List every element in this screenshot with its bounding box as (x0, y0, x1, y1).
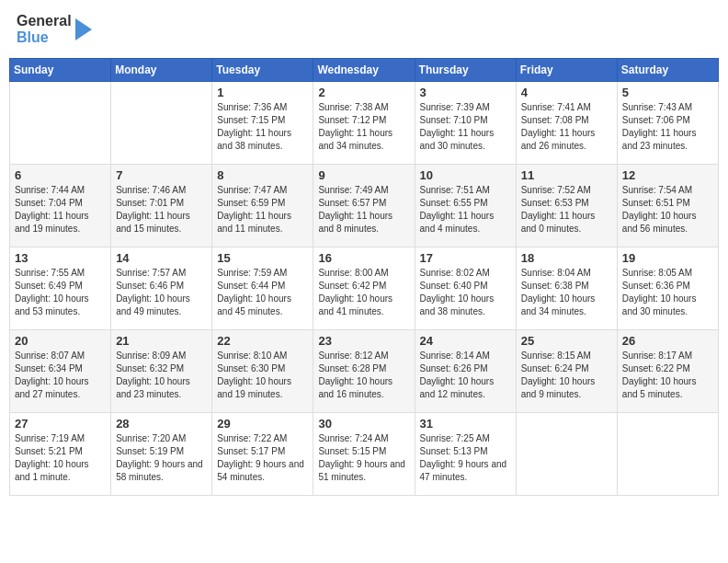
day-info: Sunrise: 7:41 AMSunset: 7:08 PMDaylight:… (521, 101, 612, 153)
day-number: 1 (217, 86, 308, 99)
calendar-cell-0-0 (10, 81, 111, 164)
day-info: Sunrise: 8:14 AMSunset: 6:26 PMDaylight:… (420, 350, 511, 401)
day-info: Sunrise: 8:09 AMSunset: 6:32 PMDaylight:… (116, 350, 207, 401)
day-number: 3 (420, 86, 511, 99)
calendar-cell-1-1: 7Sunrise: 7:46 AMSunset: 7:01 PMDaylight… (111, 164, 212, 247)
day-info: Sunrise: 7:54 AMSunset: 6:51 PMDaylight:… (622, 184, 713, 236)
day-info: Sunrise: 7:57 AMSunset: 6:46 PMDaylight:… (116, 267, 207, 318)
weekday-header-monday: Monday (111, 58, 212, 81)
day-number: 23 (318, 334, 409, 348)
weekday-header-wednesday: Wednesday (313, 58, 415, 81)
week-row-4: 20Sunrise: 8:07 AMSunset: 6:34 PMDayligh… (10, 329, 719, 412)
calendar-cell-3-4: 24Sunrise: 8:14 AMSunset: 6:26 PMDayligh… (415, 329, 516, 412)
week-row-2: 6Sunrise: 7:44 AMSunset: 7:04 PMDaylight… (10, 164, 719, 247)
day-info: Sunrise: 7:36 AMSunset: 7:15 PMDaylight:… (217, 101, 308, 153)
calendar-cell-1-0: 6Sunrise: 7:44 AMSunset: 7:04 PMDaylight… (10, 164, 111, 247)
week-row-1: 1Sunrise: 7:36 AMSunset: 7:15 PMDaylight… (10, 81, 719, 164)
day-info: Sunrise: 7:44 AMSunset: 7:04 PMDaylight:… (15, 184, 106, 236)
day-info: Sunrise: 7:55 AMSunset: 6:49 PMDaylight:… (15, 267, 106, 318)
svg-marker-0 (75, 18, 92, 40)
day-number: 21 (116, 334, 207, 348)
day-number: 19 (622, 251, 713, 265)
day-info: Sunrise: 7:20 AMSunset: 5:19 PMDaylight:… (116, 432, 207, 484)
day-info: Sunrise: 8:10 AMSunset: 6:30 PMDaylight:… (217, 350, 308, 401)
calendar-cell-2-1: 14Sunrise: 7:57 AMSunset: 6:46 PMDayligh… (111, 247, 212, 329)
calendar-cell-2-5: 18Sunrise: 8:04 AMSunset: 6:38 PMDayligh… (516, 247, 617, 329)
weekday-header-tuesday: Tuesday (212, 58, 313, 81)
day-number: 28 (116, 417, 207, 431)
calendar-cell-2-0: 13Sunrise: 7:55 AMSunset: 6:49 PMDayligh… (10, 247, 111, 329)
day-info: Sunrise: 7:25 AMSunset: 5:13 PMDaylight:… (420, 432, 511, 484)
day-number: 6 (15, 168, 106, 182)
day-info: Sunrise: 7:51 AMSunset: 6:55 PMDaylight:… (420, 184, 511, 236)
day-number: 9 (318, 168, 409, 182)
day-number: 17 (420, 251, 511, 265)
day-number: 10 (420, 168, 511, 182)
calendar-cell-4-0: 27Sunrise: 7:19 AMSunset: 5:21 PMDayligh… (10, 412, 111, 495)
day-number: 11 (521, 168, 612, 182)
calendar-cell-2-6: 19Sunrise: 8:05 AMSunset: 6:36 PMDayligh… (617, 247, 718, 329)
calendar-cell-1-5: 11Sunrise: 7:52 AMSunset: 6:53 PMDayligh… (516, 164, 617, 247)
day-info: Sunrise: 8:00 AMSunset: 6:42 PMDaylight:… (318, 267, 409, 318)
day-info: Sunrise: 7:46 AMSunset: 7:01 PMDaylight:… (116, 184, 207, 236)
calendar-cell-3-1: 21Sunrise: 8:09 AMSunset: 6:32 PMDayligh… (111, 329, 212, 412)
logo: General Blue (17, 13, 94, 47)
day-info: Sunrise: 8:04 AMSunset: 6:38 PMDaylight:… (521, 267, 612, 318)
day-info: Sunrise: 7:47 AMSunset: 6:59 PMDaylight:… (217, 184, 308, 236)
day-info: Sunrise: 8:02 AMSunset: 6:40 PMDaylight:… (420, 267, 511, 318)
week-row-5: 27Sunrise: 7:19 AMSunset: 5:21 PMDayligh… (10, 412, 719, 495)
day-number: 5 (622, 86, 713, 99)
calendar-cell-0-1 (111, 81, 212, 164)
weekday-header-thursday: Thursday (415, 58, 516, 81)
calendar-cell-3-3: 23Sunrise: 8:12 AMSunset: 6:28 PMDayligh… (313, 329, 415, 412)
day-info: Sunrise: 7:39 AMSunset: 7:10 PMDaylight:… (420, 101, 511, 153)
day-info: Sunrise: 8:15 AMSunset: 6:24 PMDaylight:… (521, 350, 612, 401)
day-number: 27 (15, 417, 106, 431)
logo-arrow-icon (74, 17, 94, 42)
weekday-header-saturday: Saturday (617, 58, 718, 81)
calendar-cell-4-2: 29Sunrise: 7:22 AMSunset: 5:17 PMDayligh… (212, 412, 313, 495)
day-number: 26 (622, 334, 713, 348)
calendar-cell-4-3: 30Sunrise: 7:24 AMSunset: 5:15 PMDayligh… (313, 412, 415, 495)
calendar-cell-4-5 (516, 412, 617, 495)
day-info: Sunrise: 7:24 AMSunset: 5:15 PMDaylight:… (318, 432, 409, 484)
weekday-header-friday: Friday (516, 58, 617, 81)
day-number: 2 (318, 86, 409, 99)
day-info: Sunrise: 7:52 AMSunset: 6:53 PMDaylight:… (521, 184, 612, 236)
calendar-table: SundayMondayTuesdayWednesdayThursdayFrid… (9, 58, 719, 496)
day-number: 13 (15, 251, 106, 265)
day-number: 20 (15, 334, 106, 348)
day-info: Sunrise: 8:07 AMSunset: 6:34 PMDaylight:… (15, 350, 106, 401)
weekday-header-sunday: Sunday (10, 58, 111, 81)
day-info: Sunrise: 7:19 AMSunset: 5:21 PMDaylight:… (15, 432, 106, 484)
day-info: Sunrise: 7:38 AMSunset: 7:12 PMDaylight:… (318, 101, 409, 153)
day-number: 7 (116, 168, 207, 182)
day-number: 8 (217, 168, 308, 182)
day-info: Sunrise: 7:49 AMSunset: 6:57 PMDaylight:… (318, 184, 409, 236)
week-row-3: 13Sunrise: 7:55 AMSunset: 6:49 PMDayligh… (10, 247, 719, 329)
calendar-cell-3-2: 22Sunrise: 8:10 AMSunset: 6:30 PMDayligh… (212, 329, 313, 412)
calendar-cell-3-0: 20Sunrise: 8:07 AMSunset: 6:34 PMDayligh… (10, 329, 111, 412)
day-number: 24 (420, 334, 511, 348)
day-number: 25 (521, 334, 612, 348)
day-info: Sunrise: 8:12 AMSunset: 6:28 PMDaylight:… (318, 350, 409, 401)
calendar-cell-4-4: 31Sunrise: 7:25 AMSunset: 5:13 PMDayligh… (415, 412, 516, 495)
calendar-cell-3-5: 25Sunrise: 8:15 AMSunset: 6:24 PMDayligh… (516, 329, 617, 412)
day-info: Sunrise: 8:05 AMSunset: 6:36 PMDaylight:… (622, 267, 713, 318)
calendar-cell-0-2: 1Sunrise: 7:36 AMSunset: 7:15 PMDaylight… (212, 81, 313, 164)
day-number: 16 (318, 251, 409, 265)
day-info: Sunrise: 7:59 AMSunset: 6:44 PMDaylight:… (217, 267, 308, 318)
day-number: 15 (217, 251, 308, 265)
day-number: 22 (217, 334, 308, 348)
calendar-cell-0-6: 5Sunrise: 7:43 AMSunset: 7:06 PMDaylight… (617, 81, 718, 164)
calendar-cell-2-3: 16Sunrise: 8:00 AMSunset: 6:42 PMDayligh… (313, 247, 415, 329)
day-number: 30 (318, 417, 409, 431)
day-number: 4 (521, 86, 612, 99)
calendar-cell-0-4: 3Sunrise: 7:39 AMSunset: 7:10 PMDaylight… (415, 81, 516, 164)
calendar-cell-2-4: 17Sunrise: 8:02 AMSunset: 6:40 PMDayligh… (415, 247, 516, 329)
day-info: Sunrise: 8:17 AMSunset: 6:22 PMDaylight:… (622, 350, 713, 401)
calendar-cell-3-6: 26Sunrise: 8:17 AMSunset: 6:22 PMDayligh… (617, 329, 718, 412)
page-header: General Blue (9, 9, 719, 51)
calendar-cell-1-2: 8Sunrise: 7:47 AMSunset: 6:59 PMDaylight… (212, 164, 313, 247)
logo-blue-text: Blue (17, 29, 72, 46)
